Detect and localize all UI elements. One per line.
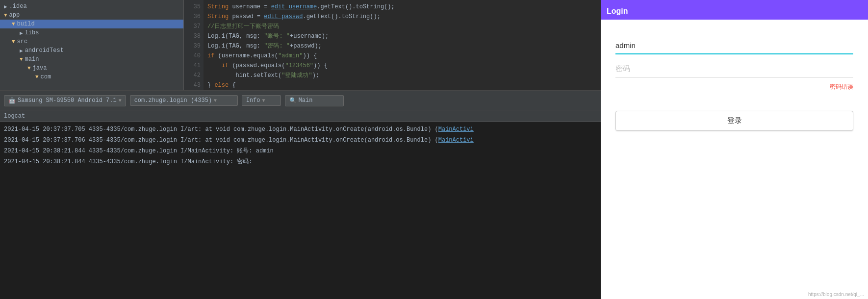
log-line-3: 2021-04-15 20:38:21.844 4335-4335/com.zh…: [4, 146, 597, 156]
logcat-search[interactable]: 🔍 Main: [285, 95, 344, 106]
code-line-43: } else {: [207, 80, 597, 90]
tree-item-label: java: [33, 65, 47, 72]
android-icon: 🤖: [8, 97, 16, 104]
tree-item-label: app: [9, 12, 20, 19]
tree-item-label: com: [41, 74, 51, 80]
log-link-2[interactable]: MainActivi: [438, 137, 474, 144]
tree-item-src[interactable]: ▼ src: [0, 37, 183, 46]
error-container: 密码错误: [615, 82, 853, 91]
tree-item-build[interactable]: ▼ build: [0, 20, 183, 28]
folder-icon-libs: ▶: [20, 30, 23, 36]
tree-item-label: main: [25, 56, 39, 63]
phone-panel: Login admin 密码 密码错误 登录 https://blog.csdn…: [601, 0, 868, 299]
tree-item-label: androidTest: [25, 47, 64, 54]
code-editor: ▶ .idea ▼ app ▼ build ▶ libs ▼ src ▶ and…: [0, 0, 601, 91]
cat-label-bar: logcat: [0, 110, 601, 122]
phone-content: admin 密码 密码错误 登录: [601, 20, 868, 299]
code-line-40: if (username.equals("admin")) {: [207, 51, 597, 61]
code-line-41: if (passwd.equals("123456")) {: [207, 61, 597, 71]
login-button-label: 登录: [727, 116, 742, 125]
line-numbers: 35 36 37 38 39 40 41 42 43: [184, 0, 204, 90]
tree-item-label: libs: [25, 29, 39, 36]
folder-icon-idea: ▶: [4, 3, 7, 10]
cat-label: logcat: [4, 113, 25, 120]
file-tree: ▶ .idea ▼ app ▼ build ▶ libs ▼ src ▶ and…: [0, 0, 184, 90]
log-text-2: 2021-04-15 20:37:37.706 4335-4335/com.zh…: [4, 137, 438, 144]
phone-title-bar: Login: [601, 3, 868, 20]
search-icon: 🔍: [289, 97, 297, 104]
log-line-2: 2021-04-15 20:37:37.706 4335-4335/com.zh…: [4, 135, 597, 146]
code-line-42: hint.setText("登陆成功");: [207, 71, 597, 80]
code-area: 35 36 37 38 39 40 41 42 43 String userna…: [184, 0, 601, 90]
username-value: admin: [615, 39, 853, 51]
level-dropdown-arrow: ▼: [262, 98, 265, 103]
phone-title: Login: [607, 7, 628, 16]
logcat-inner: 2021-04-15 20:37:37.705 4335-4335/com.zh…: [0, 122, 601, 299]
log-text-1: 2021-04-15 20:37:37.705 4335-4335/com.zh…: [4, 126, 438, 133]
folder-icon-androidtest: ▶: [20, 48, 23, 54]
search-text: Main: [299, 97, 313, 104]
code-line-38: Log.i(TAG, msg: "账号: "+username);: [207, 31, 597, 41]
log-line-1: 2021-04-15 20:37:37.705 4335-4335/com.zh…: [4, 124, 597, 135]
app-dropdown-arrow: ▼: [214, 98, 217, 103]
phone-footer: https://blog.csdn.net/qi_...: [808, 292, 864, 297]
code-line-36: String passwd = edit_passwd.getText().to…: [207, 12, 597, 22]
tree-item-label: build: [17, 21, 35, 27]
logcat-toolbar: 🤖 Samsung SM-G9550 Android 7.1 ▼ com.zhu…: [0, 91, 601, 110]
tree-item-androidtest[interactable]: ▶ androidTest: [0, 46, 183, 55]
tree-item-idea[interactable]: ▶ .idea: [0, 2, 183, 11]
code-line-35: String username = edit_username.getText(…: [207, 2, 597, 12]
code-line-37: //日志里打印一下账号密码: [207, 22, 597, 31]
code-line-39: Log.i(TAG, msg: "密码: "+passwd);: [207, 41, 597, 51]
device-dropdown-arrow: ▼: [119, 98, 122, 103]
username-field: admin: [615, 39, 853, 54]
folder-icon-src: ▼: [12, 39, 15, 45]
folder-icon-java: ▼: [27, 65, 31, 71]
tree-item-java[interactable]: ▼ java: [0, 64, 183, 73]
log-text-3: 2021-04-15 20:38:21.844 4335-4335/com.zh…: [4, 148, 274, 154]
app-label: com.zhuge.login (4335): [134, 97, 212, 104]
log-text-4: 2021-04-15 20:38:21.844 4335-4335/com.zh…: [4, 158, 252, 165]
device-label: Samsung SM-G9550 Android 7.1: [18, 97, 117, 104]
bottom-area: 🤖 Samsung SM-G9550 Android 7.1 ▼ com.zhu…: [0, 91, 601, 299]
footer-url: https://blog.csdn.net/qi_...: [808, 292, 864, 297]
log-link-1[interactable]: MainActivi: [438, 126, 474, 133]
log-line-4: 2021-04-15 20:38:21.844 4335-4335/com.zh…: [4, 156, 597, 167]
error-text: 密码错误: [830, 83, 853, 91]
tree-item-com[interactable]: ▼ com: [0, 73, 183, 81]
login-form: admin 密码 密码错误: [601, 20, 868, 101]
password-placeholder: 密码: [615, 62, 853, 75]
code-content: String username = edit_username.getText(…: [204, 0, 601, 90]
folder-icon-main: ▼: [20, 56, 23, 62]
ide-panel: ▶ .idea ▼ app ▼ build ▶ libs ▼ src ▶ and…: [0, 0, 601, 299]
folder-icon-build: ▼: [12, 21, 15, 27]
folder-icon-app: ▼: [4, 12, 7, 18]
folder-icon-com: ▼: [35, 74, 39, 80]
tree-item-libs[interactable]: ▶ libs: [0, 28, 183, 37]
logcat-output: 2021-04-15 20:37:37.705 4335-4335/com.zh…: [0, 122, 601, 299]
tree-item-app[interactable]: ▼ app: [0, 11, 183, 20]
log-level-selector[interactable]: Info ▼: [242, 95, 281, 106]
tree-item-main[interactable]: ▼ main: [0, 55, 183, 64]
device-selector[interactable]: 🤖 Samsung SM-G9550 Android 7.1 ▼: [4, 95, 126, 106]
logcat-background: 2021-04-15 20:37:37.705 4335-4335/com.zh…: [0, 122, 601, 299]
login-button[interactable]: 登录: [615, 111, 853, 131]
log-level-label: Info: [246, 97, 260, 104]
app-selector[interactable]: com.zhuge.login (4335) ▼: [130, 95, 238, 106]
tree-item-label: .idea: [9, 3, 27, 10]
tree-item-label: src: [17, 38, 28, 45]
password-field: 密码: [615, 62, 853, 78]
